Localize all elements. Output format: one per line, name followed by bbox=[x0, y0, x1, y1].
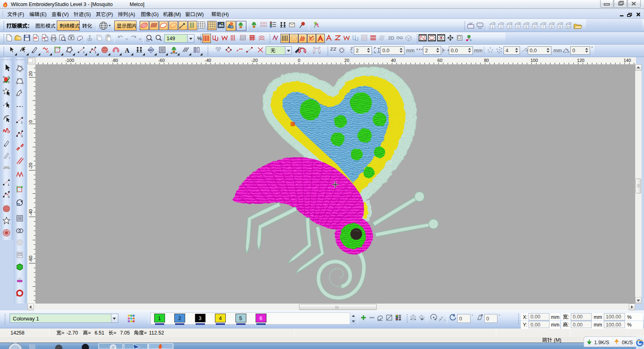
svg-text:1: 1 bbox=[491, 25, 493, 29]
svg-text:0: 0 bbox=[298, 58, 300, 63]
svg-text:10: 10 bbox=[566, 25, 570, 29]
svg-text:3: 3 bbox=[508, 25, 510, 29]
svg-text:7: 7 bbox=[542, 25, 544, 29]
svg-text:-60: -60 bbox=[158, 58, 165, 63]
svg-text:140: 140 bbox=[623, 58, 631, 63]
svg-text:1: 1 bbox=[8, 183, 10, 186]
svg-text:20: 20 bbox=[28, 71, 33, 76]
svg-text:-100: -100 bbox=[65, 58, 74, 63]
svg-text:-20: -20 bbox=[28, 163, 33, 169]
svg-text:120: 120 bbox=[577, 58, 584, 63]
svg-text:-80: -80 bbox=[112, 58, 118, 63]
svg-text:20: 20 bbox=[345, 58, 349, 63]
svg-text:1: 1 bbox=[21, 121, 23, 124]
svg-text:9: 9 bbox=[559, 25, 561, 29]
svg-text:-20: -20 bbox=[251, 58, 258, 63]
svg-text:100: 100 bbox=[530, 58, 538, 63]
svg-text:40: 40 bbox=[391, 58, 396, 63]
svg-text:A: A bbox=[125, 47, 130, 54]
svg-text:3: 3 bbox=[21, 134, 23, 138]
svg-text:0: 0 bbox=[28, 120, 33, 123]
svg-text:3: 3 bbox=[8, 195, 10, 198]
svg-text:-40: -40 bbox=[205, 58, 211, 63]
svg-text:80: 80 bbox=[484, 58, 489, 63]
svg-text:6: 6 bbox=[534, 25, 536, 29]
svg-text:-40: -40 bbox=[28, 209, 33, 216]
svg-text:8: 8 bbox=[551, 25, 553, 29]
svg-text:60: 60 bbox=[438, 58, 442, 63]
svg-text:1:1: 1:1 bbox=[146, 39, 150, 42]
svg-text:2: 2 bbox=[500, 25, 502, 29]
svg-text:-60: -60 bbox=[28, 256, 33, 262]
svg-text:ABC: ABC bbox=[148, 49, 154, 51]
svg-text:5: 5 bbox=[525, 25, 527, 29]
svg-text:4: 4 bbox=[517, 25, 519, 29]
svg-text:3D: 3D bbox=[388, 35, 394, 41]
